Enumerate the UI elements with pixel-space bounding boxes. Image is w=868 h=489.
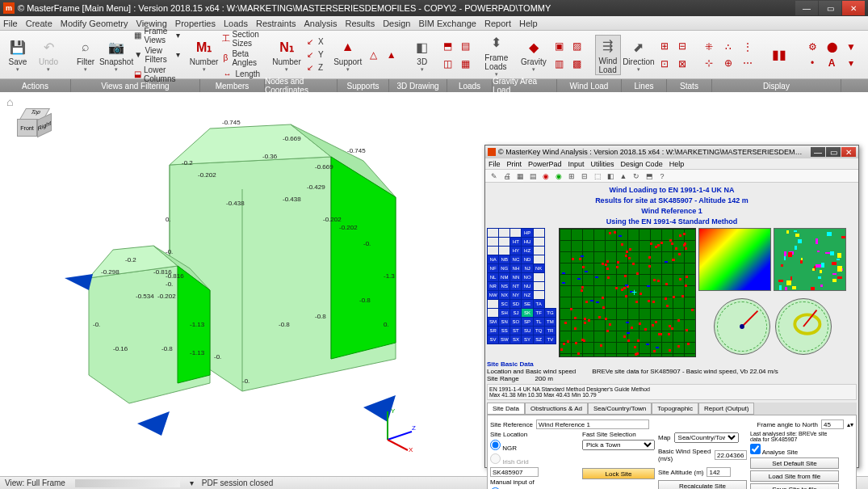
wind-menu-file[interactable]: File [489,160,501,168]
coord-z-item[interactable]: ↙Z [304,62,324,74]
grid-cell[interactable]: HT [510,238,522,247]
tool-icon[interactable]: ▦ [514,171,526,182]
grid-cell[interactable]: SU [522,327,533,335]
grid-cell[interactable]: NL [488,273,499,282]
grid-cell[interactable]: NX [499,291,510,300]
grid-cell[interactable]: HP [522,229,533,238]
grid-cell[interactable]: TR [544,327,556,335]
grid-cell[interactable]: NS [499,282,510,291]
grid-cell[interactable]: TQ [533,327,544,335]
lines-toggles[interactable]: ⁜∴⋮⊹⊕⋯ [700,40,757,70]
tool-icon[interactable]: ▤ [527,171,539,182]
grid-cell[interactable]: SH [499,309,510,318]
grid-cell[interactable]: NM [499,273,510,282]
grid-cell[interactable]: NY [510,291,522,300]
wind-menu-print[interactable]: Print [507,160,522,168]
grid-cell[interactable]: SO [510,318,522,327]
number-members-button[interactable]: M₁Number▾ [191,36,217,73]
menu-design[interactable]: Design [383,19,410,28]
wind-analysis-dialog[interactable]: © MasterKey Wind Analysis : Version 2018… [484,145,859,468]
grid-cell[interactable]: SX [510,335,522,344]
map-select[interactable]: Sea/Country/Town [674,432,739,443]
grid-cell[interactable]: NA [488,255,499,264]
snapshot-button[interactable]: 📷Snapshot▾ [103,36,129,73]
altitude-input[interactable] [707,467,731,477]
grid-cell[interactable]: SK [522,309,533,318]
grid-cell[interactable]: ST [510,327,522,335]
support-toggles[interactable]: △▲ [366,47,400,63]
grid-cell[interactable]: SV [488,335,499,344]
load-site-button[interactable]: Load Site from file [750,470,839,482]
save-button[interactable]: 💾Save▾ [5,36,31,73]
frame-angle-input[interactable] [821,419,844,429]
tool-icon[interactable]: ⊞ [566,171,577,182]
menu-loads[interactable]: Loads [224,19,248,28]
menu-modify-geometry[interactable]: Modify Geometry [61,19,128,28]
grid-cell[interactable]: NT [510,282,522,291]
tool-icon[interactable]: ↻ [631,171,642,182]
grid-cell[interactable]: NG [499,264,510,273]
grid-cell[interactable]: TM [544,318,556,327]
wind-tab[interactable]: Sea/Country/Town [588,403,652,415]
frame-loads-button[interactable]: ⬍Frame Loads▾ [484,32,509,78]
wind-menu-input[interactable]: Input [568,160,585,168]
town-select[interactable]: Pick a Town [582,440,655,450]
set-default-button[interactable]: Set Default Site [750,457,839,469]
grid-cell[interactable]: NZ [522,291,533,300]
grid-cell[interactable]: NK [533,264,544,273]
number-nodes-button[interactable]: N₁Number▾ [274,36,300,73]
menu-properties[interactable]: Properties [175,19,216,28]
grid-cell[interactable]: TF [533,309,544,318]
wind-menu-help[interactable]: Help [669,160,685,168]
dropdown-icon[interactable]: ▾ [190,478,194,487]
ngr-input[interactable] [490,467,539,477]
grid-cell[interactable]: NJ [522,264,533,273]
menu-restraints[interactable]: Restraints [256,19,296,28]
menu-create[interactable]: Create [26,19,52,28]
grid-cell[interactable]: NH [510,264,522,273]
wind-tab[interactable]: Report (Output) [698,403,755,415]
grid-cell[interactable]: NO [522,273,533,282]
grid-cell[interactable]: HY [510,247,522,255]
length-item[interactable]: ↔Length [222,69,262,80]
grid-cell[interactable]: SJ [510,309,522,318]
undo-button[interactable]: ↶Undo▾ [36,36,61,73]
grid-cell[interactable]: SS [499,327,510,335]
grid-cell[interactable]: TL [533,318,544,327]
wind-load-button[interactable]: ⇶Wind Load [595,35,621,75]
tool-icon[interactable]: ◉ [553,171,564,182]
tool-icon[interactable]: ⬒ [644,171,655,182]
save-site-button[interactable]: Save Site to file [750,483,839,489]
grid-cell[interactable]: TA [533,300,544,309]
tool-icon[interactable]: ⊟ [579,171,590,182]
grid-cell[interactable]: NN [510,273,522,282]
viewport[interactable]: ⌂ Top Front Right -0.745-0.669-0.36-0.2-… [0,92,868,476]
grid-cell[interactable]: SD [510,300,522,309]
menu-file[interactable]: File [3,19,18,28]
grid-cell[interactable]: NU [522,282,533,291]
wind-maximize-button[interactable]: ▭ [826,147,841,157]
coord-y-item[interactable]: ↙Y [304,49,324,61]
spin-icon[interactable]: ▴▾ [847,421,853,428]
uk-grid[interactable]: HPHTHUHYHZNANBNCNDNFNGNHNJNKNLNMNNNONRNS… [487,228,556,357]
wind-menu-design code[interactable]: Design Code [621,160,663,168]
home-icon[interactable]: ⌂ [6,95,13,108]
grid-cell[interactable]: NR [488,282,499,291]
tool-icon[interactable]: ◧ [605,171,616,182]
site-grid-map[interactable]: + [559,228,696,357]
menu-help[interactable]: Help [519,19,538,28]
wind-menu-powerpad[interactable]: PowerPad [528,160,562,168]
tool-icon[interactable]: ◉ [540,171,551,182]
display-toggles[interactable]: ⚙⬤▼•A▾ [803,40,860,70]
view-cube[interactable]: Top Front Right [15,108,55,144]
aerial-map[interactable] [774,228,846,291]
tool-icon[interactable]: ? [656,171,668,182]
maximize-button[interactable]: ▭ [819,1,841,15]
grid-cell[interactable]: ND [522,255,533,264]
support-button[interactable]: ▲Support▾ [335,36,361,73]
section-sizes-item[interactable]: 工Section Sizes [222,30,262,48]
wind-tab[interactable]: Obstructions & Ad [525,403,588,415]
irish-grid-radio[interactable]: Irish Grid [490,453,579,466]
frame-views-item[interactable]: ▦Frame Views ▾ [134,27,179,44]
grid-cell[interactable]: TV [544,335,556,344]
